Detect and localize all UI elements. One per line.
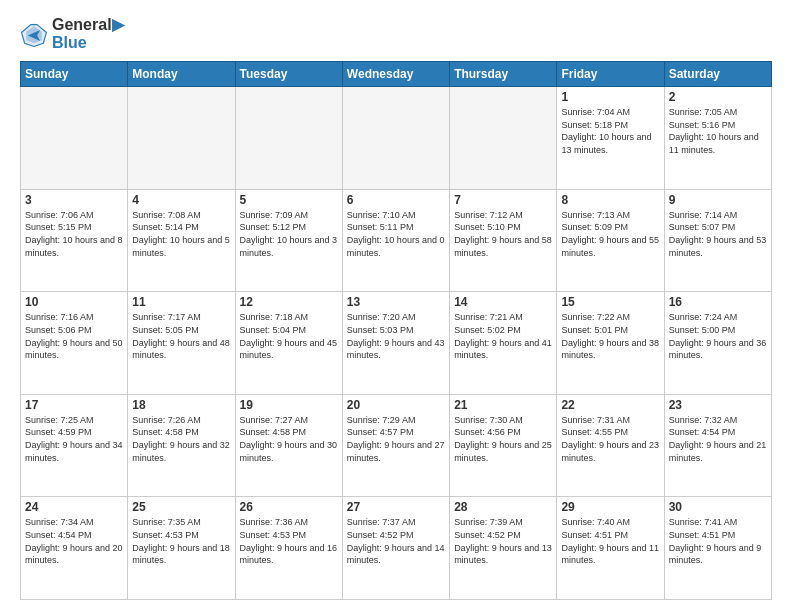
day-info: Sunrise: 7:18 AM Sunset: 5:04 PM Dayligh… (240, 311, 338, 361)
day-number: 18 (132, 398, 230, 412)
day-cell (21, 87, 128, 190)
day-number: 5 (240, 193, 338, 207)
day-number: 12 (240, 295, 338, 309)
page: General▶ Blue SundayMondayTuesdayWednesd… (0, 0, 792, 612)
day-info: Sunrise: 7:32 AM Sunset: 4:54 PM Dayligh… (669, 414, 767, 464)
day-cell (128, 87, 235, 190)
day-cell: 24Sunrise: 7:34 AM Sunset: 4:54 PM Dayli… (21, 497, 128, 600)
day-info: Sunrise: 7:08 AM Sunset: 5:14 PM Dayligh… (132, 209, 230, 259)
day-info: Sunrise: 7:41 AM Sunset: 4:51 PM Dayligh… (669, 516, 767, 566)
day-number: 13 (347, 295, 445, 309)
weekday-header-friday: Friday (557, 62, 664, 87)
day-cell: 30Sunrise: 7:41 AM Sunset: 4:51 PM Dayli… (664, 497, 771, 600)
week-row-4: 24Sunrise: 7:34 AM Sunset: 4:54 PM Dayli… (21, 497, 772, 600)
day-info: Sunrise: 7:29 AM Sunset: 4:57 PM Dayligh… (347, 414, 445, 464)
day-number: 7 (454, 193, 552, 207)
day-number: 17 (25, 398, 123, 412)
weekday-header-wednesday: Wednesday (342, 62, 449, 87)
day-number: 25 (132, 500, 230, 514)
day-cell: 21Sunrise: 7:30 AM Sunset: 4:56 PM Dayli… (450, 394, 557, 497)
day-cell: 22Sunrise: 7:31 AM Sunset: 4:55 PM Dayli… (557, 394, 664, 497)
day-number: 4 (132, 193, 230, 207)
day-cell: 23Sunrise: 7:32 AM Sunset: 4:54 PM Dayli… (664, 394, 771, 497)
day-number: 28 (454, 500, 552, 514)
calendar-table: SundayMondayTuesdayWednesdayThursdayFrid… (20, 61, 772, 600)
day-number: 16 (669, 295, 767, 309)
day-info: Sunrise: 7:37 AM Sunset: 4:52 PM Dayligh… (347, 516, 445, 566)
day-info: Sunrise: 7:34 AM Sunset: 4:54 PM Dayligh… (25, 516, 123, 566)
day-info: Sunrise: 7:35 AM Sunset: 4:53 PM Dayligh… (132, 516, 230, 566)
day-info: Sunrise: 7:27 AM Sunset: 4:58 PM Dayligh… (240, 414, 338, 464)
day-info: Sunrise: 7:25 AM Sunset: 4:59 PM Dayligh… (25, 414, 123, 464)
day-info: Sunrise: 7:39 AM Sunset: 4:52 PM Dayligh… (454, 516, 552, 566)
day-cell (342, 87, 449, 190)
day-cell: 4Sunrise: 7:08 AM Sunset: 5:14 PM Daylig… (128, 189, 235, 292)
day-cell: 16Sunrise: 7:24 AM Sunset: 5:00 PM Dayli… (664, 292, 771, 395)
day-info: Sunrise: 7:10 AM Sunset: 5:11 PM Dayligh… (347, 209, 445, 259)
logo-icon (20, 20, 48, 48)
weekday-header-row: SundayMondayTuesdayWednesdayThursdayFrid… (21, 62, 772, 87)
day-number: 20 (347, 398, 445, 412)
day-info: Sunrise: 7:09 AM Sunset: 5:12 PM Dayligh… (240, 209, 338, 259)
day-number: 15 (561, 295, 659, 309)
day-number: 26 (240, 500, 338, 514)
day-info: Sunrise: 7:24 AM Sunset: 5:00 PM Dayligh… (669, 311, 767, 361)
day-cell: 27Sunrise: 7:37 AM Sunset: 4:52 PM Dayli… (342, 497, 449, 600)
day-number: 1 (561, 90, 659, 104)
day-cell: 26Sunrise: 7:36 AM Sunset: 4:53 PM Dayli… (235, 497, 342, 600)
day-cell: 3Sunrise: 7:06 AM Sunset: 5:15 PM Daylig… (21, 189, 128, 292)
day-number: 14 (454, 295, 552, 309)
day-number: 19 (240, 398, 338, 412)
day-cell (235, 87, 342, 190)
logo-text: General▶ Blue (52, 16, 124, 51)
day-cell: 28Sunrise: 7:39 AM Sunset: 4:52 PM Dayli… (450, 497, 557, 600)
day-info: Sunrise: 7:12 AM Sunset: 5:10 PM Dayligh… (454, 209, 552, 259)
day-cell: 9Sunrise: 7:14 AM Sunset: 5:07 PM Daylig… (664, 189, 771, 292)
day-number: 22 (561, 398, 659, 412)
day-number: 27 (347, 500, 445, 514)
day-cell: 10Sunrise: 7:16 AM Sunset: 5:06 PM Dayli… (21, 292, 128, 395)
day-number: 6 (347, 193, 445, 207)
header: General▶ Blue (20, 16, 772, 51)
day-cell: 15Sunrise: 7:22 AM Sunset: 5:01 PM Dayli… (557, 292, 664, 395)
day-cell: 1Sunrise: 7:04 AM Sunset: 5:18 PM Daylig… (557, 87, 664, 190)
week-row-0: 1Sunrise: 7:04 AM Sunset: 5:18 PM Daylig… (21, 87, 772, 190)
day-cell: 2Sunrise: 7:05 AM Sunset: 5:16 PM Daylig… (664, 87, 771, 190)
day-cell: 25Sunrise: 7:35 AM Sunset: 4:53 PM Dayli… (128, 497, 235, 600)
day-info: Sunrise: 7:14 AM Sunset: 5:07 PM Dayligh… (669, 209, 767, 259)
day-info: Sunrise: 7:04 AM Sunset: 5:18 PM Dayligh… (561, 106, 659, 156)
day-cell: 12Sunrise: 7:18 AM Sunset: 5:04 PM Dayli… (235, 292, 342, 395)
day-number: 10 (25, 295, 123, 309)
day-number: 23 (669, 398, 767, 412)
day-info: Sunrise: 7:05 AM Sunset: 5:16 PM Dayligh… (669, 106, 767, 156)
day-info: Sunrise: 7:21 AM Sunset: 5:02 PM Dayligh… (454, 311, 552, 361)
weekday-header-saturday: Saturday (664, 62, 771, 87)
day-number: 11 (132, 295, 230, 309)
day-number: 24 (25, 500, 123, 514)
day-cell: 13Sunrise: 7:20 AM Sunset: 5:03 PM Dayli… (342, 292, 449, 395)
day-number: 8 (561, 193, 659, 207)
day-cell: 5Sunrise: 7:09 AM Sunset: 5:12 PM Daylig… (235, 189, 342, 292)
day-info: Sunrise: 7:16 AM Sunset: 5:06 PM Dayligh… (25, 311, 123, 361)
day-number: 2 (669, 90, 767, 104)
weekday-header-thursday: Thursday (450, 62, 557, 87)
day-number: 3 (25, 193, 123, 207)
day-cell: 11Sunrise: 7:17 AM Sunset: 5:05 PM Dayli… (128, 292, 235, 395)
day-number: 9 (669, 193, 767, 207)
day-number: 21 (454, 398, 552, 412)
day-info: Sunrise: 7:20 AM Sunset: 5:03 PM Dayligh… (347, 311, 445, 361)
day-info: Sunrise: 7:26 AM Sunset: 4:58 PM Dayligh… (132, 414, 230, 464)
weekday-header-monday: Monday (128, 62, 235, 87)
weekday-header-sunday: Sunday (21, 62, 128, 87)
weekday-header-tuesday: Tuesday (235, 62, 342, 87)
day-cell: 18Sunrise: 7:26 AM Sunset: 4:58 PM Dayli… (128, 394, 235, 497)
day-cell: 14Sunrise: 7:21 AM Sunset: 5:02 PM Dayli… (450, 292, 557, 395)
day-info: Sunrise: 7:31 AM Sunset: 4:55 PM Dayligh… (561, 414, 659, 464)
day-cell: 29Sunrise: 7:40 AM Sunset: 4:51 PM Dayli… (557, 497, 664, 600)
day-number: 30 (669, 500, 767, 514)
day-cell: 6Sunrise: 7:10 AM Sunset: 5:11 PM Daylig… (342, 189, 449, 292)
day-info: Sunrise: 7:22 AM Sunset: 5:01 PM Dayligh… (561, 311, 659, 361)
day-info: Sunrise: 7:13 AM Sunset: 5:09 PM Dayligh… (561, 209, 659, 259)
day-info: Sunrise: 7:17 AM Sunset: 5:05 PM Dayligh… (132, 311, 230, 361)
logo: General▶ Blue (20, 16, 124, 51)
